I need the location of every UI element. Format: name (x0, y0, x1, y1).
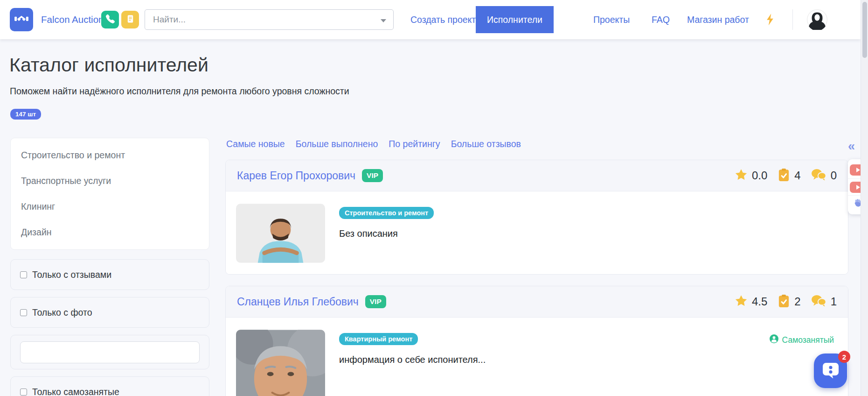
sort-row: Самые новые Больше выполнено По рейтингу… (225, 139, 848, 149)
reviews-value: 1 (831, 295, 837, 308)
chat-bubble-icon (821, 361, 840, 381)
page: Falcon Auction Создать проект Исполнител… (0, 0, 868, 396)
person-circle-icon (770, 334, 778, 346)
lightning-icon[interactable] (765, 0, 775, 39)
navbar-divider (792, 9, 793, 30)
filters-sidebar: Строительство и ремонт Транспортные услу… (10, 138, 209, 396)
user-avatar[interactable] (807, 9, 827, 30)
scrollbar-thumb[interactable] (862, 2, 867, 58)
filter-text-input[interactable] (20, 341, 200, 363)
performer-info: Квартирный ремонт информация о себе испо… (339, 330, 486, 396)
phone-icon (106, 14, 115, 25)
performer-name-link[interactable]: Карев Егор Прохорович (237, 170, 355, 182)
rating-stat: 0.0 (735, 169, 767, 183)
completed-value: 2 (794, 295, 800, 308)
page-title: Каталог исполнителей (9, 54, 208, 76)
self-employed-text: Самозанятый (782, 335, 834, 345)
document-icon (126, 14, 135, 25)
completed-value: 4 (794, 169, 800, 182)
performer-info: Строительство и ремонт Без описания (339, 204, 434, 263)
performer-photo[interactable] (236, 330, 325, 396)
reviews-stat: 0 (811, 169, 837, 183)
performer-card-body: Квартирный ремонт информация о себе испо… (226, 318, 848, 396)
with-reviews-label: Только с отзывами (32, 269, 111, 280)
rating-stat: 4.5 (735, 295, 767, 309)
chat-unread-badge: 2 (838, 351, 850, 363)
with-reviews-checkbox[interactable] (20, 271, 27, 278)
nav-link-work-shop[interactable]: Магазин работ (687, 0, 749, 39)
self-employed-label: Только самозанятые (32, 387, 119, 396)
performer-card-header: Сланцев Илья Глебович VIP 4.5 2 (226, 286, 848, 318)
category-design[interactable]: Дизайн (11, 219, 209, 245)
nav-link-projects[interactable]: Проекты (593, 0, 630, 39)
sort-newest[interactable]: Самые новые (226, 139, 285, 149)
search-box (145, 9, 394, 30)
performer-card: Карев Егор Прохорович VIP 0.0 4 (225, 160, 848, 275)
performers-list: Самые новые Больше выполнено По рейтингу… (225, 138, 848, 396)
sort-most-reviews[interactable]: Больше отзывов (451, 139, 521, 149)
category-construction[interactable]: Строительство и ремонт (11, 142, 209, 168)
performer-card-body: Строительство и ремонт Без описания (226, 191, 848, 274)
performer-photo[interactable] (236, 204, 325, 263)
star-icon (735, 295, 748, 309)
vip-badge: VIP (362, 169, 383, 182)
page-subtitle: Поможем найти надёжного исполнителя для … (10, 86, 349, 97)
nav-link-performers[interactable]: Исполнители (476, 6, 554, 33)
handshake-icon (14, 11, 29, 28)
phone-contact-button[interactable] (101, 11, 119, 28)
nav-link-faq[interactable]: FAQ (652, 0, 670, 39)
search-input[interactable] (145, 10, 393, 29)
self-employed-checkbox[interactable] (20, 389, 27, 396)
performer-stats: 4.5 2 (735, 294, 837, 310)
performer-description: Без описания (339, 228, 434, 239)
sort-by-rating[interactable]: По рейтингу (389, 139, 440, 149)
categories-card: Строительство и ремонт Транспортные услу… (10, 138, 209, 250)
performer-card-header: Карев Егор Прохорович VIP 0.0 4 (226, 160, 848, 191)
filter-card-with-photo: Только с фото (10, 297, 209, 328)
document-contact-button[interactable] (121, 11, 139, 28)
category-cleaning[interactable]: Клининг (11, 194, 209, 219)
page-scrollbar[interactable] (861, 0, 868, 396)
star-icon (735, 169, 748, 183)
performer-description: информация о себе испонителя... (339, 354, 486, 365)
self-employed-badge: Самозанятый (770, 334, 834, 346)
performer-name-link[interactable]: Сланцев Илья Глебович (237, 296, 359, 308)
category-transport[interactable]: Транспортные услуги (11, 168, 209, 194)
brand-logo[interactable] (10, 8, 33, 31)
with-photo-checkbox[interactable] (20, 309, 27, 316)
nav-link-create-project[interactable]: Создать проект (410, 0, 476, 39)
rating-value: 0.0 (752, 169, 767, 182)
vip-badge: VIP (365, 295, 386, 308)
completed-stat: 4 (778, 168, 800, 184)
results-count-badge: 147 шт (10, 109, 41, 120)
clipboard-check-icon (778, 168, 790, 184)
performer-card: Сланцев Илья Глебович VIP 4.5 2 (225, 286, 848, 396)
category-tag: Строительство и ремонт (339, 207, 434, 219)
with-photo-label: Только с фото (32, 307, 92, 318)
performer-stats: 0.0 4 (735, 168, 837, 184)
completed-stat: 2 (778, 294, 800, 310)
filter-card-text (10, 335, 209, 369)
clipboard-check-icon (778, 294, 790, 310)
chat-bubbles-icon (811, 295, 826, 309)
chat-bubbles-icon (811, 169, 826, 183)
rating-value: 4.5 (752, 295, 767, 308)
reviews-stat: 1 (811, 295, 837, 309)
brand-name[interactable]: Falcon Auction (41, 0, 104, 39)
reviews-value: 0 (831, 169, 837, 182)
chat-fab-button[interactable]: 2 (814, 354, 847, 388)
sort-most-completed[interactable]: Больше выполнено (296, 139, 378, 149)
filter-card-with-reviews: Только с отзывами (10, 259, 209, 290)
top-navbar: Falcon Auction Создать проект Исполнител… (0, 0, 861, 39)
category-tag: Квартирный ремонт (339, 333, 418, 345)
collapse-panel-chevron-icon[interactable]: « (848, 140, 854, 153)
filter-card-self-employed: Только самозанятые (10, 376, 209, 396)
caret-down-icon[interactable] (381, 19, 386, 22)
